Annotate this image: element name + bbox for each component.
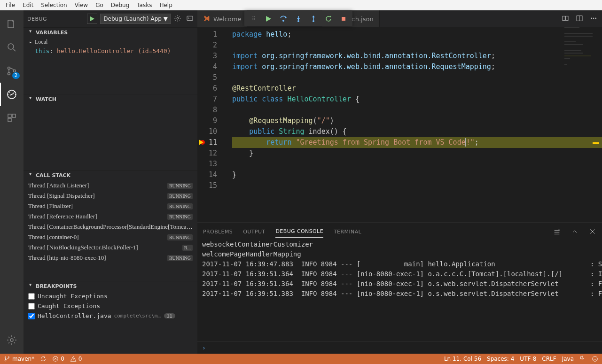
branch-item[interactable]: maven*	[4, 356, 34, 362]
variables-header[interactable]: ▸VARIABLES	[23, 28, 197, 38]
toolbar-grip-icon[interactable]: ⠿	[246, 12, 260, 26]
debug-settings-icon[interactable]	[174, 15, 181, 23]
clear-console-icon[interactable]	[553, 228, 561, 235]
breakpoints-section: ▸BREAKPOINTS Uncaught ExceptionsCaught E…	[23, 281, 197, 321]
bottom-panel: PROBLEMSOUTPUTDEBUG CONSOLETERMINAL webs…	[197, 222, 602, 354]
panel-tab-problems[interactable]: PROBLEMS	[203, 226, 233, 238]
svg-point-23	[8, 356, 9, 357]
debug-console-toggle-icon[interactable]	[186, 15, 194, 23]
indent-item[interactable]: Spaces: 4	[487, 356, 514, 362]
stop-button[interactable]	[336, 12, 351, 26]
tab-welcome[interactable]: Welcome	[197, 10, 247, 27]
watch-header[interactable]: ▸WATCH	[23, 94, 197, 104]
code-editor[interactable]: 123456789101112131415 package hello;impo…	[197, 27, 602, 222]
debug-toolbar[interactable]: ⠿	[244, 11, 352, 26]
panel-tab-debug-console[interactable]: DEBUG CONSOLE	[275, 225, 323, 238]
settings-gear-icon[interactable]	[0, 328, 23, 352]
debug-config-select[interactable]: Debug (Launch)-App ▼	[100, 14, 171, 24]
svg-point-2	[8, 73, 10, 75]
step-into-button[interactable]	[291, 12, 305, 26]
svg-rect-14	[342, 17, 345, 21]
menu-go[interactable]: Go	[92, 1, 107, 9]
svg-rect-5	[8, 114, 11, 117]
breakpoint-checkbox[interactable]	[28, 303, 35, 310]
panel-up-icon[interactable]	[571, 228, 579, 235]
panel-tab-output[interactable]: OUTPUT	[243, 226, 265, 238]
breakpoint-row[interactable]: HelloController.javacomplete\src\mai...1…	[23, 311, 197, 321]
breakpoint-row[interactable]: Uncaught Exceptions	[23, 291, 197, 301]
variables-section: ▸VARIABLES ▸Local this: hello.HelloContr…	[23, 27, 197, 94]
svg-point-11	[282, 20, 284, 22]
thread-row[interactable]: Thread [ContainerBackgroundProcessor[Sta…	[23, 222, 197, 232]
debug-icon[interactable]	[0, 83, 23, 106]
debug-console[interactable]: websocketContainerCustomizer welcomePage…	[197, 238, 602, 341]
menu-tasks[interactable]: Tasks	[133, 1, 156, 9]
panel-tab-terminal[interactable]: TERMINAL	[334, 226, 361, 238]
console-input[interactable]: ›	[197, 341, 602, 354]
svg-point-12	[297, 20, 299, 22]
source-control-icon[interactable]: 2	[0, 59, 23, 83]
step-over-button[interactable]	[276, 12, 290, 26]
variable-this[interactable]: this: hello.HelloController (id=5440)	[23, 46, 197, 55]
extensions-icon[interactable]	[0, 106, 23, 130]
thread-row[interactable]: Thread [Signal Dispatcher]RUNNING	[23, 191, 197, 201]
svg-point-0	[8, 44, 14, 49]
close-panel-icon[interactable]	[589, 228, 596, 235]
thread-row[interactable]: Thread [Finalizer]RUNNING	[23, 201, 197, 211]
menu-edit[interactable]: Edit	[19, 1, 37, 9]
split-editor-icon[interactable]	[576, 15, 583, 23]
svg-point-18	[591, 18, 592, 19]
errors-item[interactable]: 0	[52, 356, 64, 362]
menu-help[interactable]: Help	[156, 1, 176, 9]
menu-file[interactable]: File	[2, 1, 19, 9]
variables-scope[interactable]: ▸Local	[23, 38, 197, 46]
svg-point-3	[14, 70, 16, 72]
debug-sidebar: DEBUG Debug (Launch)-App ▼ ▸VARIABLES ▸L…	[23, 10, 197, 354]
breakpoints-header[interactable]: ▸BREAKPOINTS	[23, 281, 197, 291]
breakpoint-checkbox[interactable]	[28, 313, 35, 319]
language-item[interactable]: Java	[562, 356, 574, 362]
svg-point-25	[593, 356, 598, 362]
thread-row[interactable]: Thread [Attach Listener]RUNNING	[23, 180, 197, 191]
scm-badge: 2	[12, 72, 20, 79]
thread-row[interactable]: Thread [Reference Handler]RUNNING	[23, 211, 197, 222]
thread-row[interactable]: Thread [NioBlockingSelector.BlockPoller-…	[23, 242, 197, 253]
tab-label: Welcome	[213, 15, 241, 23]
smiley-icon[interactable]	[592, 356, 598, 362]
menu-selection[interactable]: Selection	[37, 1, 70, 9]
callstack-section: ▸CALL STACK Thread [Attach Listener]RUNN…	[23, 170, 197, 281]
sync-item[interactable]	[40, 356, 47, 362]
eol-item[interactable]: CRLF	[542, 356, 556, 362]
step-out-button[interactable]	[306, 12, 321, 26]
search-icon[interactable]	[0, 36, 23, 59]
svg-rect-15	[563, 16, 565, 20]
thread-row[interactable]: Thread [http-nio-8080-exec-10]RUNNING	[23, 253, 197, 263]
menu-debug[interactable]: Debug	[107, 1, 133, 9]
feedback-icon[interactable]	[579, 356, 586, 362]
activity-bar: 2	[0, 10, 23, 354]
callstack-header[interactable]: ▸CALL STACK	[23, 170, 197, 180]
encoding-item[interactable]: UTF-8	[520, 356, 536, 362]
menubar: FileEditSelectionViewGoDebugTasksHelp	[0, 0, 602, 10]
more-icon[interactable]	[590, 15, 597, 23]
svg-point-13	[313, 20, 314, 22]
compare-icon[interactable]	[562, 15, 569, 23]
svg-rect-16	[566, 16, 568, 20]
explorer-icon[interactable]	[0, 12, 23, 36]
restart-button[interactable]	[321, 12, 336, 26]
svg-rect-6	[12, 114, 16, 117]
warnings-item[interactable]: 0	[70, 356, 82, 362]
svg-point-20	[595, 18, 596, 19]
line-col-item[interactable]: Ln 11, Col 56	[444, 356, 481, 362]
vscode-icon	[203, 15, 211, 23]
svg-point-21	[5, 356, 6, 357]
breakpoint-row[interactable]: Caught Exceptions	[23, 301, 197, 311]
svg-point-19	[593, 18, 594, 19]
start-debug-button[interactable]	[87, 14, 97, 24]
svg-rect-10	[187, 16, 193, 20]
tabs-row: Welcome ⠿ launch.json	[197, 10, 602, 27]
continue-button[interactable]	[261, 12, 275, 26]
menu-view[interactable]: View	[71, 1, 92, 9]
breakpoint-checkbox[interactable]	[28, 293, 35, 300]
thread-row[interactable]: Thread [container-0]RUNNING	[23, 232, 197, 242]
